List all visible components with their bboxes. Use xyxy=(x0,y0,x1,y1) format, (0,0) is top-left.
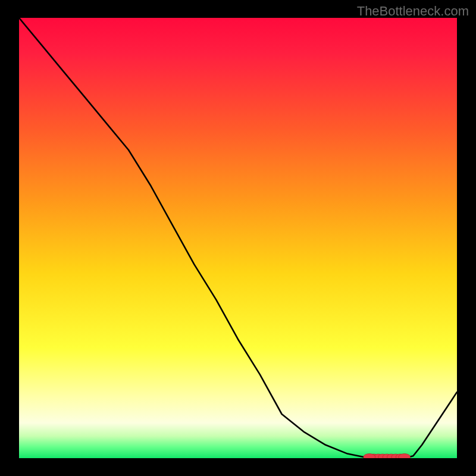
attribution-text: TheBottleneck.com xyxy=(357,4,469,19)
plot-area xyxy=(19,18,457,458)
chart-svg xyxy=(19,18,457,458)
gradient-background xyxy=(19,18,457,458)
chart-container: TheBottleneck.com xyxy=(0,0,476,476)
